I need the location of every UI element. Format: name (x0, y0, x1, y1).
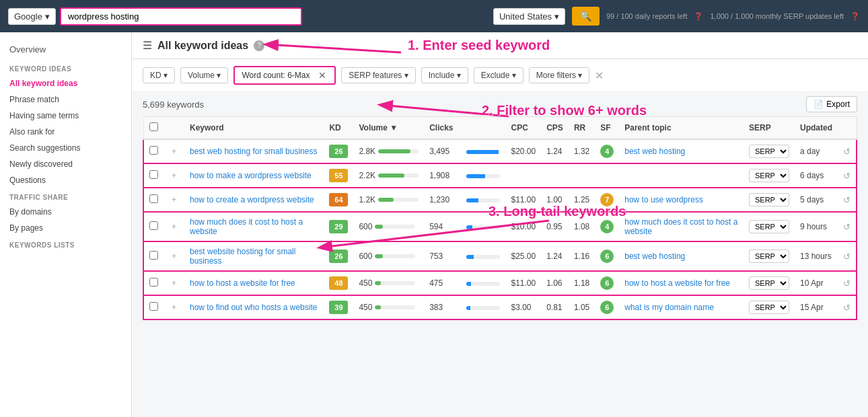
sidebar-item-newly-discovered[interactable]: Newly discovered (0, 156, 131, 172)
sidebar-section-traffic-share: TRAFFIC SHARE (0, 188, 131, 204)
row-add-icon[interactable]: + (172, 303, 176, 312)
parent-topic-link[interactable]: how to use wordpress (624, 195, 703, 204)
refresh-icon[interactable]: ↺ (843, 303, 851, 313)
row-add-cell[interactable]: + (164, 212, 184, 241)
parent-topic-link[interactable]: best web hosting (624, 252, 685, 261)
serp-select[interactable]: SERP (749, 301, 789, 314)
row-refresh-cell[interactable]: ↺ (838, 212, 857, 241)
refresh-icon[interactable]: ↺ (843, 222, 851, 232)
row-checkbox[interactable] (149, 146, 158, 155)
filter-clear-icon[interactable]: ✕ (595, 69, 604, 82)
row-add-cell[interactable]: + (164, 271, 184, 295)
serp-select[interactable]: SERP (749, 169, 789, 182)
country-select[interactable]: United States ▾ (493, 8, 565, 25)
row-checkbox-cell[interactable] (143, 271, 164, 295)
parent-topic-link[interactable]: how much does it cost to host a website (624, 217, 737, 236)
row-serp-cell[interactable]: SERP (744, 241, 795, 271)
parent-topic-link[interactable]: what is my domain name (624, 303, 714, 312)
row-checkbox-cell[interactable] (143, 212, 164, 241)
filter-kd[interactable]: KD ▾ (143, 67, 175, 83)
search-button[interactable]: 🔍 (572, 7, 600, 26)
row-refresh-cell[interactable]: ↺ (838, 295, 857, 319)
row-checkbox-cell[interactable] (143, 188, 164, 212)
sidebar-item-phrase-match[interactable]: Phrase match (0, 91, 131, 108)
refresh-icon[interactable]: ↺ (843, 147, 851, 157)
sidebar-item-by-domains[interactable]: By domains (0, 204, 131, 220)
table-body: + best web hosting for small business 26… (143, 139, 857, 319)
row-add-icon[interactable]: + (172, 252, 176, 261)
select-all-checkbox[interactable] (149, 122, 158, 131)
row-checkbox[interactable] (149, 302, 158, 311)
refresh-icon[interactable]: ↺ (843, 252, 851, 262)
sidebar-item-by-pages[interactable]: By pages (0, 220, 131, 236)
serp-select[interactable]: SERP (749, 276, 789, 290)
row-refresh-cell[interactable]: ↺ (838, 241, 857, 271)
row-checkbox[interactable] (149, 221, 158, 230)
row-add-icon[interactable]: + (172, 147, 176, 156)
info-icon[interactable]: ? (254, 40, 264, 51)
parent-topic-link[interactable]: best web hosting (624, 147, 685, 156)
row-refresh-cell[interactable]: ↺ (838, 188, 857, 212)
row-add-icon[interactable]: + (172, 171, 176, 180)
row-serp-cell[interactable]: SERP (744, 212, 795, 241)
sidebar-item-search-suggestions[interactable]: Search suggestions (0, 140, 131, 156)
refresh-icon[interactable]: ↺ (843, 171, 851, 181)
keyword-link[interactable]: how to host a website for free (190, 278, 295, 288)
row-add-cell[interactable]: + (164, 188, 184, 212)
filter-serp-features[interactable]: SERP features ▾ (341, 67, 416, 83)
row-checkbox[interactable] (149, 194, 158, 203)
row-checkbox-cell[interactable] (143, 241, 164, 271)
export-button[interactable]: 📄 Export (806, 96, 857, 112)
row-checkbox[interactable] (149, 278, 158, 287)
filter-include[interactable]: Include ▾ (421, 67, 468, 83)
row-serp-cell[interactable]: SERP (744, 188, 795, 212)
hamburger-icon[interactable]: ☰ (143, 39, 152, 52)
google-select[interactable]: Google ▾ (8, 8, 56, 25)
keyword-link[interactable]: how to make a wordpress website (190, 171, 312, 180)
filter-more[interactable]: More filters ▾ (529, 67, 590, 83)
row-add-cell[interactable]: + (164, 163, 184, 188)
sidebar-item-all-keyword-ideas[interactable]: All keyword ideas (0, 75, 131, 91)
keyword-link[interactable]: how to create a wordpress website (190, 195, 314, 204)
row-checkbox[interactable] (149, 170, 158, 179)
serp-select[interactable]: SERP (749, 145, 789, 158)
filter-volume[interactable]: Volume ▾ (180, 67, 228, 83)
row-checkbox-cell[interactable] (143, 139, 164, 163)
serp-select[interactable]: SERP (749, 193, 789, 206)
volume-value: 1.2K (359, 195, 375, 204)
serp-select[interactable]: SERP (749, 220, 789, 233)
row-add-icon[interactable]: + (172, 278, 176, 288)
row-refresh-cell[interactable]: ↺ (838, 163, 857, 188)
parent-topic-link[interactable]: how to host a website for free (624, 278, 730, 288)
row-add-icon[interactable]: + (172, 195, 176, 204)
sidebar-item-having-same-terms[interactable]: Having same terms (0, 108, 131, 124)
serp-select[interactable]: SERP (749, 250, 789, 263)
row-serp-cell[interactable]: SERP (744, 139, 795, 163)
row-refresh-cell[interactable]: ↺ (838, 271, 857, 295)
sidebar-item-also-rank-for[interactable]: Also rank for (0, 124, 131, 140)
keyword-input[interactable] (60, 7, 302, 26)
row-serp-cell[interactable]: SERP (744, 271, 795, 295)
col-volume[interactable]: Volume ▼ (353, 117, 424, 140)
row-serp-cell[interactable]: SERP (744, 163, 795, 188)
row-add-icon[interactable]: + (172, 222, 176, 231)
keyword-link[interactable]: best web hosting for small business (190, 147, 317, 156)
refresh-icon[interactable]: ↺ (843, 278, 851, 289)
sidebar-item-questions[interactable]: Questions (0, 172, 131, 188)
row-checkbox-cell[interactable] (143, 163, 164, 188)
row-checkbox-cell[interactable] (143, 295, 164, 319)
row-add-cell[interactable]: + (164, 139, 184, 163)
refresh-icon[interactable]: ↺ (843, 195, 851, 205)
filter-word-count-close[interactable]: ✕ (317, 70, 328, 81)
keyword-link[interactable]: best website hosting for small business (190, 247, 295, 266)
row-add-cell[interactable]: + (164, 295, 184, 319)
keyword-link[interactable]: how much does it cost to host a website (190, 217, 303, 236)
row-add-cell[interactable]: + (164, 241, 184, 271)
keyword-link[interactable]: how to find out who hosts a website (190, 303, 317, 312)
sidebar-overview[interactable]: Overview (0, 39, 131, 60)
row-checkbox[interactable] (149, 251, 158, 260)
row-refresh-cell[interactable]: ↺ (838, 139, 857, 163)
filter-exclude[interactable]: Exclude ▾ (474, 67, 523, 83)
row-serp-cell[interactable]: SERP (744, 295, 795, 319)
filter-word-count[interactable]: Word count: 6-Max ✕ (233, 66, 336, 85)
